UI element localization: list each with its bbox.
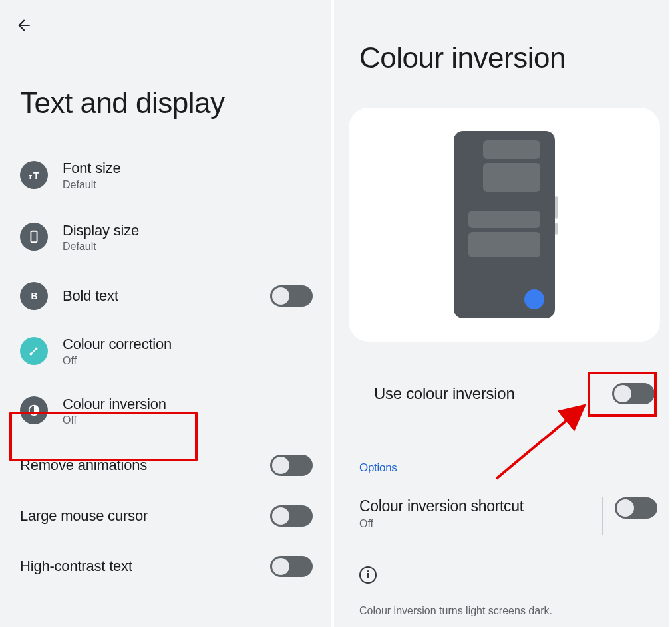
setting-subtitle: Default <box>63 179 313 191</box>
vertical-divider <box>602 497 603 535</box>
setting-display-size[interactable]: Display size Default <box>0 212 331 263</box>
remove-animations-toggle[interactable] <box>270 455 313 476</box>
setting-title: Colour inversion <box>63 395 313 414</box>
bold-text-icon: B <box>20 282 48 310</box>
setting-colour-inversion-shortcut[interactable]: Colour inversion shortcut Off <box>359 497 657 535</box>
colour-inversion-screen: Colour inversion Use colour inversion Op… <box>334 0 669 627</box>
setting-title: High-contrast text <box>20 557 270 576</box>
setting-title: Bold text <box>63 287 270 305</box>
colour-correction-icon <box>20 337 48 365</box>
arrow-back-icon <box>15 17 33 34</box>
setting-title: Large mouse cursor <box>20 507 270 525</box>
page-title: Text and display <box>20 86 225 120</box>
setting-large-mouse-cursor[interactable]: Large mouse cursor <box>0 493 331 539</box>
annotation-highlight-right <box>588 372 657 417</box>
svg-text:т: т <box>29 172 33 180</box>
page-title: Colour inversion <box>359 41 566 74</box>
setting-high-contrast-text[interactable]: High-contrast text <box>0 543 331 590</box>
section-header-options: Options <box>359 461 655 475</box>
setting-title: Colour correction <box>63 335 313 354</box>
setting-font-size[interactable]: тT Font size Default <box>0 150 331 200</box>
setting-colour-correction[interactable]: Colour correction Off <box>0 326 331 376</box>
info-icon: i <box>359 566 377 584</box>
setting-title: Display size <box>63 221 313 240</box>
svg-text:T: T <box>33 170 39 180</box>
annotation-highlight-left <box>9 412 198 461</box>
setting-title: Colour inversion shortcut <box>359 497 594 515</box>
svg-point-4 <box>29 352 32 355</box>
display-size-icon <box>20 223 48 251</box>
high-contrast-toggle[interactable] <box>270 556 313 577</box>
text-and-display-screen: Text and display тT Font size Default Di… <box>0 0 334 627</box>
setting-title: Use colour inversion <box>374 384 612 403</box>
colour-inversion-shortcut-toggle[interactable] <box>615 497 657 519</box>
preview-card <box>349 108 660 342</box>
bold-text-toggle[interactable] <box>270 285 313 307</box>
svg-rect-2 <box>31 231 37 243</box>
setting-title: Font size <box>63 159 313 178</box>
font-size-icon: тT <box>20 161 48 189</box>
setting-subtitle: Off <box>359 518 594 530</box>
description-text: Colour inversion turns light screens dar… <box>359 605 655 617</box>
setting-subtitle: Default <box>63 241 313 253</box>
large-cursor-toggle[interactable] <box>270 505 313 527</box>
info-row: i <box>359 566 655 584</box>
back-button[interactable] <box>15 16 33 35</box>
settings-list: тT Font size Default Display size Defaul… <box>0 150 331 590</box>
phone-preview-icon <box>454 131 555 318</box>
section-label: Options <box>359 461 397 475</box>
setting-subtitle: Off <box>63 355 313 367</box>
svg-text:B: B <box>31 291 37 301</box>
setting-bold-text[interactable]: B Bold text <box>0 273 331 319</box>
